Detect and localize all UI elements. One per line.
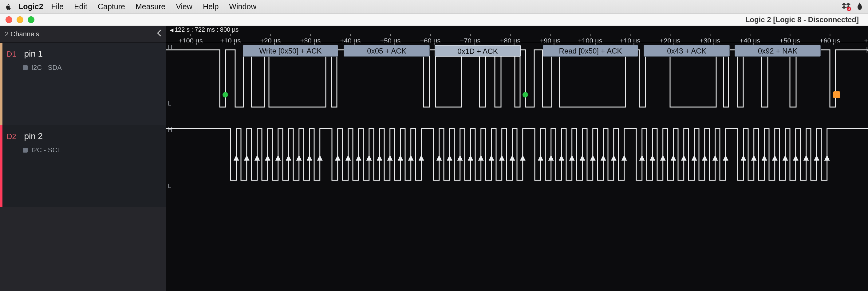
waveform-lane-scl[interactable]: H L [166,125,868,207]
menu-capture[interactable]: Capture [98,2,125,11]
time-ruler[interactable]: ◀ 122 s : 722 ms : 800 µs +100 µs+10 µs+… [166,26,868,42]
svg-marker-31 [509,155,515,161]
svg-marker-44 [660,155,666,161]
window-zoom-button[interactable] [28,16,34,23]
svg-marker-9 [265,155,271,161]
menu-view[interactable]: View [176,2,192,11]
menu-window[interactable]: Window [229,2,256,11]
svg-marker-13 [307,155,312,161]
channel-id: D1 [7,50,23,58]
collapse-sidebar-icon[interactable] [156,29,163,40]
analyzer-color-swatch [23,148,28,152]
svg-marker-46 [681,155,687,161]
channel-row-d1[interactable]: D1 pin 1 I2C - SDA [0,42,166,125]
svg-marker-33 [538,155,544,161]
svg-marker-20 [387,155,393,161]
channel-id: D2 [7,132,23,141]
menu-file[interactable]: File [51,2,64,11]
svg-marker-22 [408,155,414,161]
svg-marker-23 [418,155,424,161]
app-titlebar: Logic 2 [Logic 8 - Disconnected] [0,13,868,26]
svg-marker-6 [234,155,239,161]
start-marker-icon[interactable] [523,92,528,97]
svg-marker-27 [468,155,473,161]
svg-marker-48 [702,155,708,161]
protocol-bubble[interactable]: 0x05 + ACK [344,45,430,57]
svg-marker-53 [762,155,767,161]
svg-marker-17 [356,155,362,161]
svg-marker-45 [671,155,676,161]
sidebar-header: 2 Channels [0,26,166,42]
svg-marker-55 [782,155,788,161]
svg-marker-14 [317,155,323,161]
protocol-bubble[interactable]: Read [0x50] + ACK [543,45,638,57]
backblaze-tray-icon[interactable] [856,2,863,11]
menu-help[interactable]: Help [203,2,219,11]
svg-marker-29 [489,155,494,161]
svg-marker-26 [457,155,463,161]
svg-marker-39 [600,155,606,161]
window-controls [0,16,34,23]
window-minimize-button[interactable] [17,16,23,23]
menu-edit[interactable]: Edit [74,2,87,11]
protocol-bubble[interactable]: Write [0x50] + ACK [243,45,338,57]
start-marker-icon[interactable] [222,92,228,97]
svg-marker-56 [793,155,799,161]
svg-marker-34 [548,155,554,161]
channel-count-label: 2 Channels [5,30,39,38]
window-close-button[interactable] [5,16,12,23]
stop-marker-icon[interactable] [833,91,840,98]
channel-name: pin 1 [24,49,43,58]
protocol-bubble[interactable]: 0x43 + ACK [644,45,730,57]
svg-marker-36 [569,155,575,161]
menubar-app-name[interactable]: Logic2 [19,2,43,11]
analyzer-label: I2C - SCL [31,146,61,154]
analyzer-color-swatch [23,65,28,70]
svg-marker-51 [741,155,746,161]
dropbox-tray-icon[interactable]: 3 [842,3,851,11]
svg-marker-52 [751,155,757,161]
svg-marker-18 [366,155,372,161]
svg-marker-43 [650,155,655,161]
svg-marker-57 [803,155,809,161]
waveform-panel[interactable]: ◀ 122 s : 722 ms : 800 µs +100 µs+10 µs+… [166,26,868,291]
svg-marker-50 [723,155,728,161]
channel-name: pin 2 [24,132,43,141]
svg-marker-35 [559,155,564,161]
protocol-bubble[interactable]: 0x92 + NAK [735,45,821,57]
svg-marker-21 [398,155,403,161]
svg-marker-16 [345,155,351,161]
protocol-bubble[interactable]: 0x1D + ACK [435,45,521,57]
svg-marker-37 [580,155,585,161]
channel-row-d2[interactable]: D2 pin 2 I2C - SCL [0,125,166,207]
svg-marker-19 [377,155,382,161]
svg-marker-41 [621,155,627,161]
svg-marker-0 [842,3,846,6]
svg-marker-15 [335,155,341,161]
svg-marker-2 [842,6,846,9]
analyzer-label: I2C - SDA [31,64,62,72]
svg-marker-54 [772,155,778,161]
ruler-caret-icon: ◀ [170,26,173,33]
workspace: 2 Channels D1 pin 1 I2C - SDA D2 pin 2 I… [0,26,868,291]
svg-text:3: 3 [848,7,850,11]
channel-analyzer-tag[interactable]: I2C - SCL [23,146,159,154]
window-title: Logic 2 [Logic 8 - Disconnected] [745,13,859,26]
svg-marker-38 [590,155,596,161]
svg-marker-47 [691,155,697,161]
ruler-base-time-text: 122 s : 722 ms : 800 µs [175,26,239,33]
svg-marker-42 [639,155,645,161]
menu-measure[interactable]: Measure [135,2,165,11]
svg-marker-10 [275,155,281,161]
channel-analyzer-tag[interactable]: I2C - SDA [23,64,159,72]
svg-marker-8 [254,155,260,161]
svg-marker-25 [447,155,453,161]
svg-marker-32 [520,155,526,161]
svg-marker-12 [296,155,302,161]
svg-marker-7 [244,155,250,161]
apple-menu-icon[interactable] [5,3,12,10]
svg-marker-11 [286,155,291,161]
svg-marker-24 [436,155,442,161]
macos-menubar: Logic2 File Edit Capture Measure View He… [0,0,868,13]
ruler-base-time: ◀ 122 s : 722 ms : 800 µs [170,26,239,33]
